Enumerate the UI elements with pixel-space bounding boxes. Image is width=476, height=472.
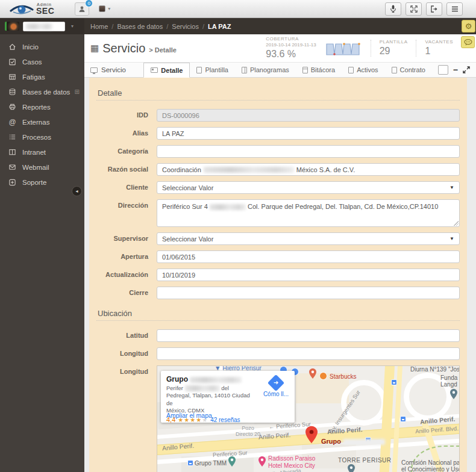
tab-detalle[interactable]: Detalle xyxy=(143,63,190,78)
expand-map-link[interactable]: Ampliar el mapa xyxy=(166,412,212,419)
map-marker-icon[interactable] xyxy=(305,426,318,444)
alias-field[interactable] xyxy=(157,127,460,140)
google-map-embed[interactable]: ▼ Hierro Perisur Starbucks Diurna N°139 … xyxy=(157,365,460,472)
fullscreen-button[interactable] xyxy=(406,2,422,16)
breadcrumb-separator: / xyxy=(111,23,113,30)
color-swatch-button[interactable] xyxy=(438,65,448,75)
field-label-supervisor: Supervisor xyxy=(89,232,157,245)
chevron-down-icon[interactable]: ▾ xyxy=(71,23,74,29)
longitud-field[interactable] xyxy=(157,347,460,360)
supervisor-select[interactable]: Seleccionar Valor ▼ xyxy=(157,232,460,245)
page-header: ▦ Servicio > Detalle COBERTURA 2019-10-1… xyxy=(84,34,476,62)
redacted-text xyxy=(185,385,220,391)
eye-logo-icon xyxy=(10,3,34,15)
sign-out-button[interactable] xyxy=(426,2,442,16)
sidebar-item-webmail[interactable]: Webmail xyxy=(0,160,84,175)
categoria-field[interactable] xyxy=(157,145,460,158)
breadcrumb-bases[interactable]: Bases de datos xyxy=(117,23,163,30)
field-label-longitud-mapa: Longitud xyxy=(89,365,157,472)
idd-field xyxy=(157,109,460,122)
sidebar-item-intranet[interactable]: Intranet xyxy=(0,144,84,160)
transit-icon xyxy=(391,379,397,385)
latitud-field[interactable] xyxy=(157,329,460,342)
sidebar-item-label: Casos xyxy=(22,58,42,66)
envelope-icon xyxy=(8,163,16,171)
tab-label: Activos xyxy=(357,66,378,73)
collapse-panel-button[interactable]: − xyxy=(453,67,458,73)
map-label-torre: TORRE PERISUR xyxy=(338,457,392,464)
field-label-idd: IDD xyxy=(89,109,157,122)
field-label-apertura: Apertura xyxy=(89,250,157,263)
table-icon xyxy=(8,73,16,81)
apertura-field[interactable] xyxy=(157,250,460,263)
notifications-button[interactable]: 0 xyxy=(75,2,89,16)
stat-vacantes: VACANTES 1 xyxy=(425,39,453,57)
tab-plantilla[interactable]: Plantilla xyxy=(190,63,235,77)
reviews-link[interactable]: 42 reseñas xyxy=(210,417,240,423)
cliente-select[interactable]: Seleccionar Valor ▼ xyxy=(157,181,460,194)
razon-social-field[interactable]: Coordinación México S.A. de C.V. xyxy=(157,163,460,176)
resize-arrows-icon[interactable] xyxy=(463,66,470,73)
user-silhouette-icon xyxy=(78,5,86,13)
breadcrumb-bar: ▾ Home / Bases de datos / Servicios / LA… xyxy=(0,18,476,34)
sidebar-item-externas[interactable]: @ Externas xyxy=(0,114,84,129)
select-value: Seleccionar Valor xyxy=(162,184,213,191)
sign-out-icon xyxy=(431,5,438,13)
breadcrumb-servicios[interactable]: Servicios xyxy=(172,23,199,30)
map-card-address: Perifer del Pedregal, Tlalpan, 14010 Ciu… xyxy=(166,385,257,414)
razon-social-suffix: México S.A. de C.V. xyxy=(296,166,355,173)
user-select[interactable] xyxy=(23,22,65,31)
tab-planogramas[interactable]: Planogramas xyxy=(235,63,296,77)
app-logo: Admin SEC xyxy=(10,2,54,15)
sidebar-item-inicio[interactable]: Inicio xyxy=(0,39,84,54)
actualizacion-field[interactable] xyxy=(157,269,460,281)
avatar[interactable] xyxy=(99,5,105,12)
sidebar-item-procesos[interactable]: Procesos xyxy=(0,129,84,144)
sidebar-collapse-button[interactable]: ◄ xyxy=(72,186,82,196)
starbucks-icon xyxy=(319,372,327,380)
menu-button[interactable] xyxy=(446,2,463,16)
direccion-textarea[interactable]: Periférico Sur 4 Col. Parque del Pedrega… xyxy=(157,199,460,227)
sidebar-item-label: Externas xyxy=(22,119,49,126)
at-sign-icon: @ xyxy=(8,118,16,126)
sidebar-item-label: Inicio xyxy=(22,43,39,51)
stat-value: 1 xyxy=(425,45,453,57)
sidebar-item-soporte[interactable]: Soporte xyxy=(0,175,84,190)
cierre-field[interactable] xyxy=(157,287,460,299)
divider xyxy=(371,40,371,57)
map-label-pozo: PozoDirecto 20 xyxy=(236,425,260,437)
detail-panel: Detalle IDD Alias Categoría Razón social xyxy=(89,78,467,472)
tab-label: Bitácora xyxy=(311,66,335,73)
tab-activos[interactable]: Activos xyxy=(342,63,384,77)
chat-bubble-icon xyxy=(464,39,472,46)
breadcrumb-home[interactable]: Home xyxy=(90,23,108,30)
tab-bar: Servicio Detalle Plantilla Planogramas xyxy=(84,62,476,78)
sidebar-item-bases-de-datos[interactable]: Bases de datos ⊞ xyxy=(0,84,84,99)
sidebar-item-fatigas[interactable]: Fatigas xyxy=(0,69,84,84)
display-icon xyxy=(90,67,98,73)
chevron-down-icon[interactable]: ▾ xyxy=(108,6,110,11)
chevron-down-icon: ▼ xyxy=(449,236,454,241)
direccion-prefix: Periférico Sur 4 xyxy=(162,203,208,210)
sidebar-item-casos[interactable]: Casos xyxy=(0,54,84,69)
settings-gear-button[interactable]: ⚙ xyxy=(462,20,475,33)
sidebar-item-label: Bases de datos xyxy=(22,88,70,96)
comments-button[interactable] xyxy=(461,36,475,48)
page-subtitle: > Detalle xyxy=(149,46,177,54)
expand-arrows-icon xyxy=(410,5,418,13)
tab-label: Contrato xyxy=(400,66,425,73)
hamburger-icon xyxy=(451,6,459,12)
tab-contrato[interactable]: Contrato xyxy=(385,63,432,77)
field-label-cierre: Cierre xyxy=(89,287,157,299)
tab-bitacora[interactable]: Bitácora xyxy=(296,63,342,77)
map-label-funda: Funda xyxy=(440,374,457,381)
page-title: Servicio xyxy=(102,42,145,55)
map-info-card: Grupo Perifer del Pedregal, Tlalpan, 140… xyxy=(161,371,295,423)
directions-button[interactable]: Cómo ll... xyxy=(263,377,289,397)
chevron-down-icon: ▼ xyxy=(449,185,454,190)
panel-label: Servicio xyxy=(90,63,126,77)
divider xyxy=(96,100,460,101)
field-label-actualizacion: Actualización xyxy=(89,269,157,281)
microphone-button[interactable] xyxy=(385,2,401,16)
sidebar-item-reportes[interactable]: Reportes xyxy=(0,99,84,114)
